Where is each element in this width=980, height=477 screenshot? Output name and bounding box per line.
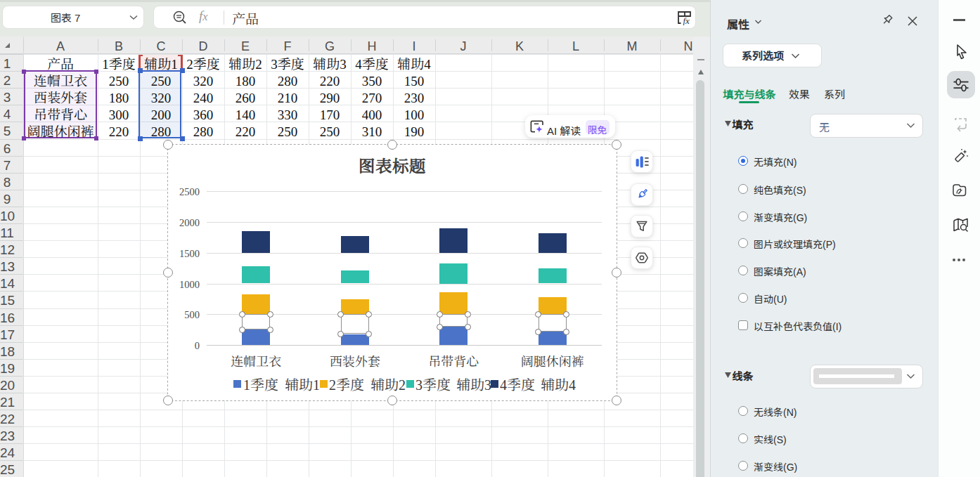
svg-text:fx: fx	[683, 15, 690, 26]
